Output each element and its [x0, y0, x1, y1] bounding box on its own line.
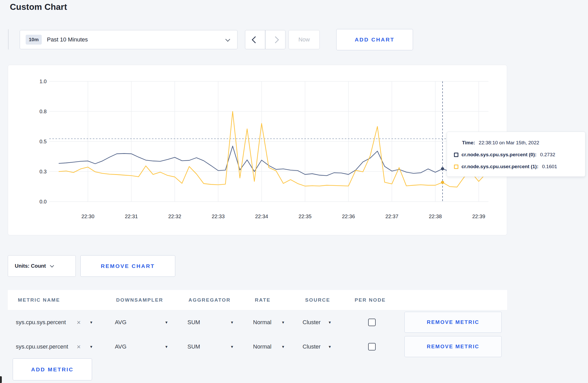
chevron-right-icon [272, 36, 279, 43]
tooltip-time-value: 22:38:10 on Mar 15th, 2022 [479, 140, 539, 146]
time-range-badge: 10m [26, 35, 42, 45]
svg-text:22:34: 22:34 [255, 214, 268, 219]
caret-down-icon[interactable]: ▼ [328, 320, 332, 324]
time-pager [245, 30, 285, 49]
chevron-down-icon [225, 37, 230, 41]
svg-text:1.0: 1.0 [39, 79, 47, 84]
chevron-left-icon [252, 36, 259, 43]
source-select[interactable]: Cluster [303, 343, 321, 350]
col-metric-name: METRIC NAME [18, 290, 60, 310]
remove-metric-x-icon[interactable]: × [77, 343, 81, 351]
table-row: sys.cpu.sys.percent × ▼ AVG ▼ SUM ▼ Norm… [0, 310, 588, 334]
series-sys-swatch-icon [454, 153, 458, 157]
cpu-line-chart[interactable]: 0.00.30.50.81.022:3022:3122:3222:3322:34… [8, 65, 507, 235]
metric-name-select[interactable]: sys.cpu.sys.percent [16, 319, 66, 326]
svg-text:0.5: 0.5 [39, 139, 47, 144]
time-forward-button[interactable] [265, 30, 285, 49]
corner-artifact [0, 376, 2, 383]
time-range-label: Past 10 Minutes [47, 36, 88, 43]
source-select[interactable]: Cluster [303, 319, 321, 326]
units-select[interactable]: Units: Count [8, 255, 76, 277]
metric-name-select[interactable]: sys.cpu.user.percent [16, 343, 68, 350]
remove-chart-button[interactable]: REMOVE CHART [80, 255, 175, 277]
col-source: SOURCE [305, 290, 330, 310]
col-aggregator: AGGREGATOR [188, 290, 231, 310]
tooltip-series-user-value: 0.1601 [542, 164, 557, 169]
caret-down-icon[interactable]: ▼ [89, 345, 93, 349]
custom-chart-page: Custom Chart 10m Past 10 Minutes Now ADD… [0, 0, 588, 383]
add-metric-button[interactable]: ADD METRIC [13, 358, 92, 380]
tooltip-time-label: Time: [462, 140, 475, 146]
svg-text:0.8: 0.8 [39, 109, 47, 114]
now-button[interactable]: Now [289, 30, 320, 49]
svg-text:22:31: 22:31 [125, 214, 138, 219]
rate-select[interactable]: Normal [253, 319, 271, 326]
caret-down-icon[interactable]: ▼ [165, 345, 168, 349]
per-node-checkbox[interactable] [368, 319, 376, 326]
svg-text:22:35: 22:35 [298, 214, 311, 219]
page-title: Custom Chart [10, 2, 67, 12]
tooltip-series-user-label: cr.node.sys.cpu.user.percent (1): [461, 164, 538, 169]
chevron-down-icon [50, 264, 54, 268]
caret-down-icon[interactable]: ▼ [230, 320, 234, 324]
caret-down-icon[interactable]: ▼ [230, 345, 234, 349]
metrics-table-header: METRIC NAME DOWNSAMPLER AGGREGATOR RATE … [8, 290, 507, 310]
col-rate: RATE [255, 290, 271, 310]
remove-metric-button[interactable]: REMOVE METRIC [404, 312, 502, 333]
svg-text:22:32: 22:32 [168, 214, 181, 219]
units-label: Units: Count [15, 263, 46, 269]
svg-text:22:39: 22:39 [472, 214, 485, 219]
svg-text:0.3: 0.3 [39, 169, 47, 174]
chart-tooltip: Time: 22:38:10 on Mar 15th, 2022 cr.node… [447, 132, 585, 177]
per-node-checkbox[interactable] [368, 343, 376, 351]
svg-text:22:33: 22:33 [212, 214, 225, 219]
remove-metric-x-icon[interactable]: × [77, 318, 81, 327]
time-back-button[interactable] [245, 30, 265, 49]
rate-select[interactable]: Normal [253, 343, 271, 350]
svg-text:22:38: 22:38 [429, 214, 442, 219]
add-chart-button[interactable]: ADD CHART [336, 29, 413, 50]
caret-down-icon[interactable]: ▼ [281, 320, 285, 324]
downsampler-select[interactable]: AVG [115, 343, 127, 350]
series-user-swatch-icon [454, 165, 458, 169]
caret-down-icon[interactable]: ▼ [165, 320, 168, 324]
svg-text:22:36: 22:36 [342, 214, 355, 219]
aggregator-select[interactable]: SUM [187, 343, 200, 350]
tooltip-series-sys-value: 0.2732 [540, 152, 555, 158]
tooltip-series-sys-label: cr.node.sys.cpu.sys.percent (0): [461, 152, 536, 158]
col-downsampler: DOWNSAMPLER [116, 290, 163, 310]
caret-down-icon[interactable]: ▼ [89, 320, 93, 324]
svg-text:0.0: 0.0 [39, 199, 47, 204]
col-per-node: PER NODE [355, 290, 386, 310]
caret-down-icon[interactable]: ▼ [328, 345, 332, 349]
downsampler-select[interactable]: AVG [115, 319, 127, 326]
aggregator-select[interactable]: SUM [187, 319, 200, 326]
time-range-select[interactable]: 10m Past 10 Minutes [20, 30, 237, 49]
remove-metric-button[interactable]: REMOVE METRIC [404, 336, 502, 357]
caret-down-icon[interactable]: ▼ [281, 345, 285, 349]
svg-text:22:30: 22:30 [81, 214, 94, 219]
table-row: sys.cpu.user.percent × ▼ AVG ▼ SUM ▼ Nor… [0, 334, 588, 359]
toolbar-divider [8, 29, 9, 49]
svg-text:22:37: 22:37 [385, 214, 398, 219]
